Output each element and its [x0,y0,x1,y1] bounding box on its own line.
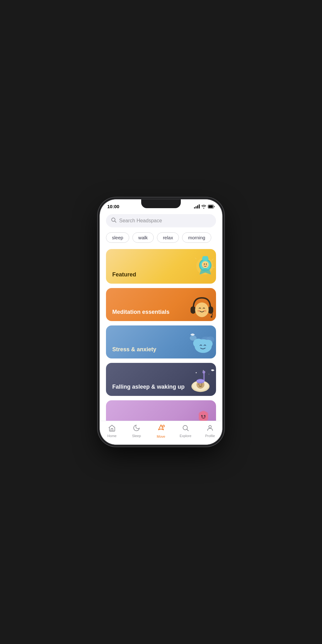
signal-icon [194,204,200,208]
card-sleep-label: Falling asleep & waking up [112,384,185,390]
status-icons [194,204,215,208]
svg-point-30 [203,371,205,374]
card-meditation-label: Meditation essentials [112,309,169,315]
nav-sleep-label: Sleep [132,434,141,438]
sleep-illustration [188,366,216,396]
home-icon [108,424,116,433]
svg-point-25 [203,340,213,348]
bottom-nav: Home Sleep Move [100,421,222,445]
phone-frame: 10:00 [100,199,222,445]
filter-tag-sleep[interactable]: sleep [106,232,129,243]
featured-illustration [188,253,216,284]
move-icon [157,424,165,434]
svg-rect-8 [206,264,207,265]
nav-home[interactable]: Home [103,424,121,438]
card-featured-label: Featured [112,271,136,278]
filter-tag-walk[interactable]: walk [132,232,154,243]
svg-point-41 [204,415,206,417]
svg-rect-35 [197,380,204,382]
svg-point-26 [196,372,197,373]
sleep-nav-icon [133,424,140,433]
main-content: Search Headspace sleep walk relax mornin… [100,212,222,421]
svg-point-9 [203,265,204,266]
svg-point-70 [209,425,211,428]
svg-point-2 [112,218,115,221]
svg-rect-15 [208,306,213,314]
filter-tag-relax[interactable]: relax [157,232,179,243]
svg-point-27 [203,370,204,371]
nav-sleep[interactable]: Sleep [127,424,146,438]
explore-icon [182,424,189,433]
card-sleep[interactable]: Falling asleep & waking up [106,363,216,396]
profile-icon [206,424,214,433]
svg-line-11 [195,258,196,259]
growth-illustration [191,404,216,421]
svg-point-24 [193,339,203,348]
svg-point-28 [209,374,209,375]
svg-rect-1 [208,205,213,208]
nav-profile-label: Profile [205,434,215,438]
filter-tag-morning[interactable]: morning [182,232,211,243]
screen: 10:00 [100,199,222,445]
notch [141,199,181,208]
meditation-illustration [188,291,216,321]
svg-point-18 [203,310,206,312]
svg-point-40 [201,415,203,417]
svg-point-42 [202,415,203,416]
wifi-icon [201,205,206,208]
status-time: 10:00 [107,204,119,209]
search-icon [111,217,117,224]
nav-move-label: Move [157,435,165,438]
svg-point-6 [202,261,209,268]
svg-point-19 [211,316,212,318]
svg-rect-14 [191,306,196,314]
svg-point-16 [195,303,208,317]
card-meditation[interactable]: Meditation essentials [106,288,216,321]
svg-line-12 [212,259,214,261]
search-placeholder: Search Headspace [119,218,162,224]
nav-home-label: Home [107,434,116,438]
card-stress[interactable]: Stress & anxiety [106,325,216,358]
svg-rect-7 [204,264,205,265]
svg-point-43 [205,415,205,416]
card-stress-label: Stress & anxiety [112,346,156,353]
nav-explore[interactable]: Explore [176,424,195,438]
nav-explore-label: Explore [180,434,191,438]
svg-point-68 [163,425,164,427]
svg-point-10 [206,265,208,266]
nav-profile[interactable]: Profile [201,424,219,438]
filter-tags: sleep walk relax morning [106,232,216,243]
stress-illustration [185,329,216,358]
card-featured[interactable]: Featured [106,249,216,284]
card-growth[interactable]: Personal growth [106,400,216,421]
search-bar[interactable]: Search Headspace [106,214,216,227]
battery-icon [208,205,215,208]
svg-point-39 [199,412,208,421]
svg-point-17 [197,310,200,312]
category-cards: Featured [106,249,216,421]
svg-rect-67 [111,429,113,431]
nav-move[interactable]: Move [152,424,170,438]
